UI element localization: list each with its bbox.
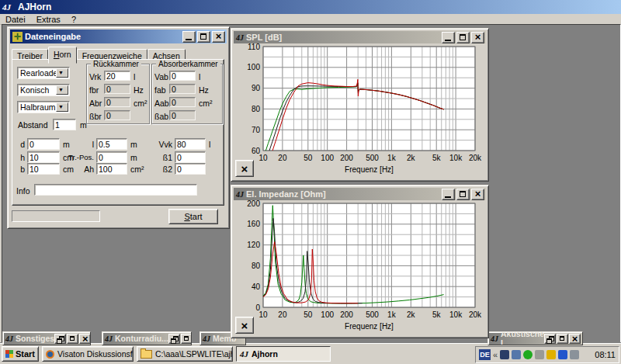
ajhorn-main-window: 4J AJHorn Datei Extras ? ✛ Dateneingabe … [0,0,621,364]
h-field[interactable] [27,151,60,163]
start-menu-button[interactable]: Start [2,346,39,362]
fab-field[interactable] [169,84,196,94]
impedance-window-title: El. Impedanz [Ohm] [246,189,326,199]
radiation-space-combo[interactable]: Halbraum [17,101,70,113]
dateneingabe-titlebar[interactable]: ✛ Dateneingabe [10,29,227,43]
mdi-client-area: ✛ Dateneingabe Treiber Horn Frequenzweic… [2,24,621,345]
collapse-arrows-icon[interactable]: « [493,350,498,359]
rueckkammer-group: Rückkammer Vrk l fbr Hz Abr cm² ßbr [86,64,150,124]
taskbar-item-explorer[interactable]: C:\aaa\LSPWLITE\ajhorn [137,346,233,362]
impedance-titlebar[interactable]: 4J El. Impedanz [Ohm] [234,188,486,200]
app-blue-icon[interactable] [558,350,567,359]
tr-pos-field[interactable] [96,151,127,163]
svg-text:5k: 5k [432,310,442,319]
impedance-chart: 1020501002005001k2k5k10k20k0408012016020… [234,200,486,335]
ajhorn-window-icon: 4J [5,335,13,343]
loading-type-combo[interactable]: Rearloaded [17,67,70,79]
maximize-button[interactable] [456,32,470,43]
svg-text:160: 160 [247,220,260,228]
messenger-icon[interactable] [546,350,556,359]
minimize-button[interactable] [442,32,455,43]
svg-text:60: 60 [252,147,261,155]
minimized-window-konturradius[interactable]: 4J Konturradiu... [102,331,192,345]
close-button[interactable] [212,31,225,43]
chevron-down-icon[interactable] [56,85,68,95]
svg-text:500: 500 [366,154,379,162]
menu-extras[interactable]: Extras [31,15,66,24]
vrk-unit: l [134,72,135,81]
vrk-field[interactable] [104,71,130,81]
b2-field[interactable] [175,163,206,175]
b-label: b [16,165,25,174]
abr-field[interactable] [104,97,130,107]
aab-field[interactable] [169,97,196,107]
dateneingabe-window: ✛ Dateneingabe Treiber Horn Frequenzweic… [7,26,230,229]
close-plot-button[interactable]: × [235,317,254,334]
bbr-field[interactable] [104,110,130,120]
display-icon[interactable] [570,350,579,359]
minwin-title: Akustische L... [501,331,544,345]
minimized-window-akustische[interactable]: 4J Akustische L... [487,331,583,345]
fbr-field[interactable] [104,84,130,94]
close-button[interactable] [569,334,581,344]
restore-button[interactable] [544,334,556,344]
inactive-x-icon[interactable] [535,350,544,359]
start-button[interactable]: Start [168,209,218,224]
close-button[interactable] [471,189,484,200]
svg-text:200: 200 [247,200,260,208]
bab-field[interactable] [169,110,196,120]
b1-field[interactable] [175,151,206,163]
d-label: d [16,140,25,149]
maximize-button[interactable] [557,334,568,344]
taskbar-item-visaton[interactable]: Visaton Diskussionsforum... [42,346,134,362]
dateneingabe-icon: ✛ [12,32,23,42]
globe-icon[interactable] [523,350,533,359]
main-titlebar[interactable]: 4J AJHorn [0,0,621,14]
restore-button[interactable] [168,334,180,344]
taskbar-item-ajhorn[interactable]: 4J Ajhorn [236,346,331,362]
spl-window: 4J SPL [dB] 1020501002005001k2k5k10k20k6… [231,28,489,182]
maximize-button[interactable] [181,334,192,344]
network-icon[interactable] [500,350,509,359]
minwin-title: Konturradiu... [115,334,168,343]
d-field[interactable] [27,138,60,150]
maximize-button[interactable] [456,189,470,200]
spl-titlebar[interactable]: 4J SPL [dB] [234,31,486,43]
spl-chart: 1020501002005001k2k5k10k20k6070809010011… [234,43,486,179]
tab-horn[interactable]: Horn [48,47,77,64]
svg-text:200: 200 [340,154,353,162]
svg-text:20k: 20k [469,154,482,162]
minimize-button[interactable] [182,31,196,43]
info-field[interactable] [34,184,197,196]
l-field[interactable] [96,138,127,150]
maximize-button[interactable] [197,31,210,43]
vab-field[interactable] [169,71,196,81]
vvk-field[interactable] [175,138,206,150]
chevron-down-icon[interactable] [56,102,68,112]
absorberkammer-title: Absorberkammer [156,60,220,68]
maximize-button[interactable] [67,334,78,344]
fab-label: fab [154,85,166,95]
close-button[interactable] [79,334,91,344]
language-indicator[interactable]: DE [479,349,491,360]
abstand-field[interactable] [53,119,76,130]
svg-text:20k: 20k [469,310,482,319]
volume-icon[interactable] [512,350,521,359]
menu-datei[interactable]: Datei [0,15,31,24]
minimized-window-sonstiges[interactable]: 4J Sonstiges [2,331,91,345]
clock: 08:11 [595,350,616,359]
close-button[interactable] [471,32,484,43]
ah-field[interactable] [96,163,127,175]
svg-text:70: 70 [252,126,261,134]
svg-text:80: 80 [252,105,261,113]
close-plot-button[interactable]: × [235,160,254,177]
b-field[interactable] [27,163,60,175]
aab-unit: cm² [199,99,213,108]
svg-text:2k: 2k [407,154,416,162]
contour-type-combo[interactable]: Konisch [17,84,70,96]
restore-button[interactable] [54,334,66,344]
chevron-down-icon[interactable] [56,68,68,78]
svg-text:2k: 2k [407,310,416,319]
minimize-button[interactable] [442,189,455,200]
menu-help[interactable]: ? [66,15,82,24]
